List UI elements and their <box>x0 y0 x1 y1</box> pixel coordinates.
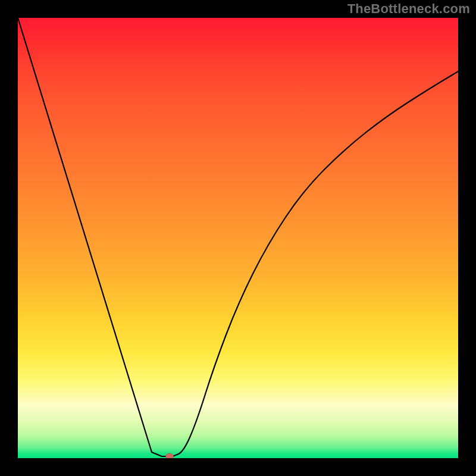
plot-area <box>18 18 458 458</box>
chart-frame: TheBottleneck.com <box>0 0 476 476</box>
watermark-text: TheBottleneck.com <box>347 1 470 17</box>
optimal-point-marker <box>166 453 174 458</box>
bottleneck-curve <box>18 18 458 456</box>
curve-svg <box>18 18 458 458</box>
